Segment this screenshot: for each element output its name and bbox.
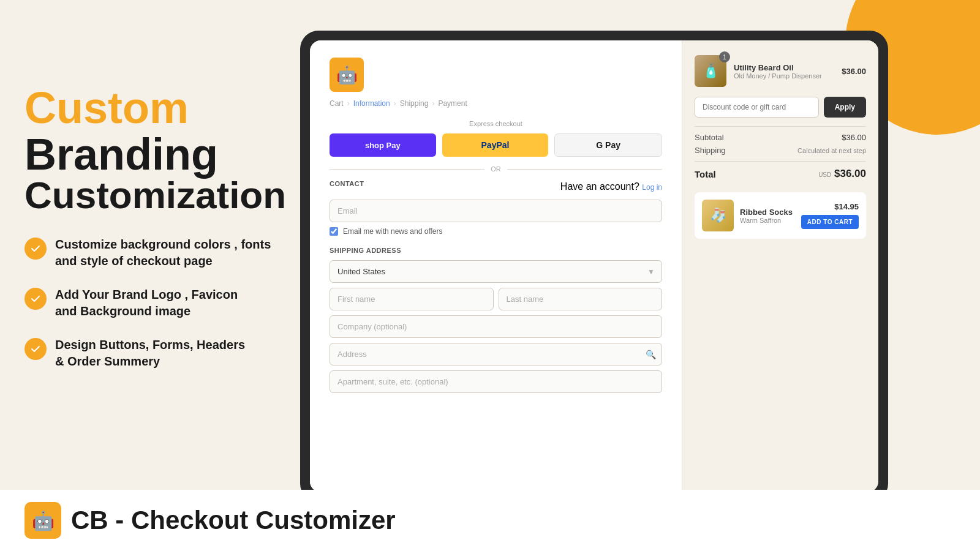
breadcrumb-cart[interactable]: Cart	[330, 99, 344, 108]
app-logo: 🤖	[24, 502, 61, 539]
feature-text-1: Customize background colors , fontsand s…	[55, 236, 271, 269]
check-circle-icon-3	[24, 338, 47, 360]
subtotal-value: $36.00	[842, 133, 866, 142]
checkout-left: 🤖 Cart › Information › Shipping › Paymen…	[310, 40, 682, 492]
country-select-wrap: United States ▼	[330, 260, 662, 283]
have-account-text: Have an account? Log in	[560, 181, 662, 192]
rec-info: Ribbed Socks Warm Saffron	[740, 208, 795, 224]
email-input[interactable]	[330, 200, 662, 222]
gpay-label: G Pay	[596, 140, 620, 150]
title-branding: Branding	[24, 132, 294, 176]
contact-label: CONTACT	[330, 180, 364, 187]
feature-item-2: Add Your Brand Logo , Faviconand Backgro…	[24, 287, 294, 320]
breadcrumb-sep-3: ›	[432, 99, 434, 108]
apartment-input[interactable]	[330, 370, 662, 393]
address-input-wrap: 🔍	[330, 343, 662, 365]
socks-image: 🧦	[702, 200, 734, 231]
shipping-value: Calculated at next step	[797, 147, 866, 154]
shop-pay-label: shop Pay	[365, 141, 401, 150]
store-logo-image: 🤖	[330, 58, 364, 92]
search-icon: 🔍	[646, 350, 656, 359]
device-screen: 🤖 Cart › Information › Shipping › Paymen…	[310, 40, 878, 492]
express-checkout-label: Express checkout	[330, 120, 662, 127]
or-text: OR	[491, 165, 501, 173]
feature-list: Customize background colors , fontsand s…	[24, 236, 294, 370]
order-item-1: 🧴 1 Utility Beard Oil Old Money / Pump D…	[695, 55, 866, 87]
shipping-address-label: SHIPPING ADDRESS	[330, 247, 662, 254]
breadcrumb-shipping[interactable]: Shipping	[400, 99, 429, 108]
breadcrumb-sep-1: ›	[347, 99, 350, 108]
divider-line-right	[507, 169, 662, 170]
last-name-input[interactable]	[499, 288, 663, 310]
total-currency: USD	[818, 171, 831, 178]
email-offers-checkbox[interactable]	[330, 227, 338, 236]
divider-line-left	[330, 169, 484, 170]
summary-divider-2	[695, 161, 866, 162]
address-input[interactable]	[330, 343, 662, 365]
shipping-label: Shipping	[695, 146, 726, 155]
rec-image: 🧦	[702, 200, 734, 231]
feature-item-1: Customize background colors , fontsand s…	[24, 236, 294, 269]
bottom-bar: 🤖 CB - Checkout Customizer	[0, 490, 980, 551]
company-input[interactable]	[330, 315, 662, 338]
rec-price: $14.95	[834, 202, 859, 211]
breadcrumb-information[interactable]: Information	[353, 99, 390, 108]
rec-variant: Warm Saffron	[740, 217, 795, 224]
item-variant-1: Old Money / Pump Dispenser	[734, 72, 834, 80]
breadcrumb-sep-2: ›	[394, 99, 396, 108]
feature-text-2: Add Your Brand Logo , Faviconand Backgro…	[55, 287, 238, 320]
total-value: USD $36.00	[818, 168, 866, 180]
total-row: Total USD $36.00	[695, 168, 866, 180]
paypal-button[interactable]: PayPal	[442, 133, 549, 157]
email-offers-label: Email me with news and offers	[343, 227, 443, 236]
email-offers-row: Email me with news and offers	[330, 227, 662, 236]
paypal-label: PayPal	[481, 140, 510, 150]
contact-section-header: CONTACT Have an account? Log in	[330, 180, 662, 193]
store-logo: 🤖	[330, 58, 364, 92]
discount-input[interactable]	[695, 97, 819, 118]
have-account-static: Have an account?	[560, 181, 639, 192]
or-divider: OR	[330, 165, 662, 173]
title-custom: Custom	[24, 86, 294, 130]
apply-button[interactable]: Apply	[824, 97, 866, 118]
feature-text-3: Design Buttons, Forms, Headers& Order Su…	[55, 337, 245, 370]
checkout-right: 🧴 1 Utility Beard Oil Old Money / Pump D…	[682, 40, 878, 492]
gpay-button[interactable]: G Pay	[554, 133, 662, 157]
log-in-link[interactable]: Log in	[642, 183, 662, 192]
item-info-1: Utility Beard Oil Old Money / Pump Dispe…	[734, 63, 834, 80]
shipping-row: Shipping Calculated at next step	[695, 146, 866, 155]
subtotal-label: Subtotal	[695, 133, 724, 142]
name-row	[330, 288, 662, 310]
shop-pay-button[interactable]: shop Pay	[330, 133, 436, 157]
item-image-wrap-1: 🧴 1	[695, 55, 726, 87]
breadcrumb-payment[interactable]: Payment	[438, 99, 467, 108]
check-circle-icon-2	[24, 288, 47, 310]
recommended-product: 🧦 Ribbed Socks Warm Saffron $14.95 ADD T…	[695, 192, 866, 239]
left-panel: Custom Branding Customization Customize …	[24, 86, 294, 370]
subtotal-row: Subtotal $36.00	[695, 133, 866, 142]
rec-name: Ribbed Socks	[740, 208, 795, 217]
summary-divider-1	[695, 126, 866, 127]
item-quantity-badge-1: 1	[719, 51, 730, 62]
rec-right: $14.95 ADD TO CART	[801, 202, 859, 229]
check-circle-icon-1	[24, 238, 47, 260]
device-container: 🤖 Cart › Information › Shipping › Paymen…	[300, 31, 888, 502]
total-label: Total	[695, 169, 716, 179]
add-to-cart-button[interactable]: ADD TO CART	[801, 215, 859, 229]
express-buttons: shop Pay PayPal G Pay	[330, 133, 662, 157]
total-amount: $36.00	[834, 168, 866, 179]
app-name: CB - Checkout Customizer	[71, 506, 396, 535]
feature-item-3: Design Buttons, Forms, Headers& Order Su…	[24, 337, 294, 370]
first-name-input[interactable]	[330, 288, 494, 310]
item-price-1: $36.00	[842, 67, 866, 76]
country-select[interactable]: United States	[330, 260, 662, 283]
title-customization: Customization	[24, 176, 294, 214]
breadcrumb: Cart › Information › Shipping › Payment	[330, 99, 662, 108]
discount-row: Apply	[695, 97, 866, 118]
item-name-1: Utility Beard Oil	[734, 63, 834, 72]
